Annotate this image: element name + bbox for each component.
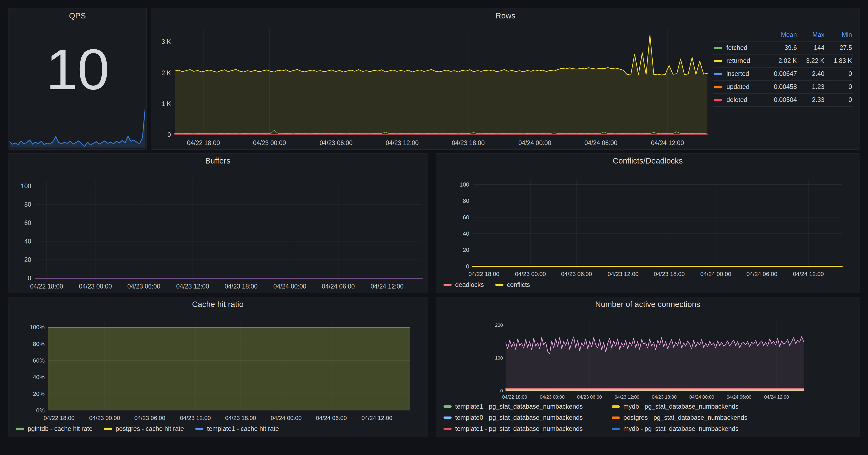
cache-legend: pgintdb - cache hit ratepostgres - cache… [8, 424, 427, 437]
y-tick-label: 60 [463, 214, 469, 221]
panel-title-rows[interactable]: Rows [151, 8, 860, 23]
legend-swatch [495, 284, 503, 286]
x-tick-label: 04/23 12:00 [176, 283, 209, 290]
legend-label: template1 - pg_stat_database_numbackends [455, 425, 583, 432]
legend-item[interactable]: mydb - pg_stat_database_numbackends [612, 425, 747, 432]
stat-value-wrap: 10 [8, 41, 147, 98]
legend-table-value-mean: 0.00647 [764, 67, 798, 80]
x-tick-label: 04/23 00:00 [253, 139, 286, 147]
buffers-chart[interactable]: 04/22 18:0004/23 00:0004/23 06:0004/23 1… [8, 168, 427, 293]
panel-qps: QPS 10 [8, 8, 147, 150]
legend-series-name[interactable]: deleted [726, 96, 747, 103]
legend-series-name[interactable]: inserted [726, 70, 749, 77]
legend-table-header-row: MeanMaxMin [713, 29, 853, 41]
legend-table-row: updated0.004581.230 [713, 80, 853, 94]
x-tick-label: 04/24 06:00 [322, 283, 355, 290]
legend-table-corner [713, 29, 764, 41]
x-tick-label: 04/23 18:00 [652, 394, 677, 400]
y-tick-label: 1 K [161, 100, 171, 107]
y-tick-label: 40 [463, 230, 469, 237]
x-tick-label: 04/22 18:00 [187, 139, 220, 147]
legend-label: template1 - cache hit rate [207, 425, 279, 432]
y-tick-label: 40 [24, 238, 31, 245]
y-tick-label: 3 K [161, 38, 171, 45]
conflicts-chart[interactable]: 04/22 18:0004/23 00:0004/23 06:0004/23 1… [436, 168, 860, 280]
legend-item[interactable]: postgres - pg_stat_database_numbackends [612, 414, 747, 421]
legend-table-value-max: 2.40 [798, 67, 826, 80]
legend-swatch [443, 417, 452, 419]
grafana-dashboard: QPS 10 Rows 04/22 18:0004/23 00:0004/23 … [0, 0, 868, 455]
legend-table-value-mean: 39.6 [764, 41, 798, 55]
conflicts-chart-wrap: 04/22 18:0004/23 00:0004/23 06:0004/23 1… [436, 168, 860, 293]
panel-title-buffers[interactable]: Buffers [8, 154, 427, 168]
legend-item[interactable]: pgintdb - cache hit rate [16, 425, 93, 432]
panel-connections: Number of active connections 04/22 18:00… [436, 297, 860, 437]
legend-swatch [443, 284, 452, 286]
qps-sparkline[interactable] [9, 102, 145, 148]
rows-chart[interactable]: 04/22 18:0004/23 00:0004/23 06:0004/23 1… [151, 23, 712, 150]
cache-chart-wrap: 04/22 18:0004/23 00:0004/23 06:0004/23 1… [8, 312, 427, 437]
legend-item[interactable]: template1 - cache hit rate [195, 425, 279, 432]
y-tick-label: 80% [33, 340, 44, 347]
legend-item[interactable]: conflicts [495, 281, 530, 289]
connections-chart[interactable]: 04/22 18:0004/23 00:0004/23 06:0004/23 1… [436, 312, 860, 402]
connections-legend: template1 - pg_stat_database_numbackends… [436, 402, 860, 437]
panel-title-connections[interactable]: Number of active connections [436, 297, 860, 312]
legend-swatch [104, 428, 112, 430]
legend-item[interactable]: template0 - pg_stat_database_numbackends [443, 414, 600, 421]
legend-table-row: returned2.02 K3.22 K1.83 K [713, 55, 853, 67]
cache-chart[interactable]: 04/22 18:0004/23 00:0004/23 06:0004/23 1… [8, 312, 427, 424]
conflicts-legend: deadlocksconflicts [436, 280, 860, 293]
x-tick-label: 04/24 00:00 [701, 271, 731, 278]
x-tick-label: 04/23 00:00 [89, 415, 120, 421]
y-tick-label: 200 [495, 322, 503, 328]
legend-table-value-min: 0 [826, 80, 853, 94]
legend-table-row: fetched39.614427.5 [713, 41, 853, 55]
panel-title-cache[interactable]: Cache hit ratio [8, 297, 427, 312]
legend-label: pgintdb - cache hit rate [28, 425, 93, 432]
legend-item[interactable]: mydb - pg_stat_database_numbackends [612, 403, 747, 410]
y-tick-label: 100 [495, 355, 503, 361]
legend-item[interactable]: template1 - pg_stat_database_numbackends [443, 425, 600, 432]
y-tick-label: 60% [33, 357, 44, 364]
y-tick-label: 0 [500, 388, 503, 393]
legend-table-value-min: 1.83 K [826, 55, 853, 67]
legend-table-value-mean: 0.00458 [764, 80, 798, 94]
legend-item[interactable]: deadlocks [443, 281, 484, 289]
x-tick-label: 04/24 06:00 [727, 394, 751, 400]
x-tick-label: 04/23 06:00 [577, 394, 601, 400]
y-tick-label: 100 [460, 181, 469, 188]
panel-title-conflicts[interactable]: Conflicts/Deadlocks [436, 154, 860, 168]
legend-table-value-max: 1.23 [798, 80, 826, 94]
legend-swatch [612, 417, 620, 419]
y-tick-label: 100% [30, 324, 44, 330]
legend-table-value-min: 0 [826, 94, 853, 106]
x-tick-label: 04/23 18:00 [452, 139, 485, 147]
y-tick-label: 20 [463, 247, 469, 253]
x-tick-label: 04/23 06:00 [134, 415, 165, 421]
legend-item[interactable]: postgres - cache hit rate [104, 425, 184, 432]
legend-table-row: inserted0.006472.400 [713, 67, 853, 80]
legend-series-name[interactable]: returned [726, 57, 750, 64]
x-tick-label: 04/24 12:00 [362, 415, 393, 421]
legend-table-row: deleted0.005042.330 [713, 94, 853, 106]
legend-label: template0 - pg_stat_database_numbackends [455, 414, 583, 421]
legend-item[interactable]: template1 - pg_stat_database_numbackends [443, 403, 600, 410]
panel-title-qps[interactable]: QPS [8, 8, 147, 23]
y-tick-label: 0 [466, 263, 469, 270]
legend-series-name[interactable]: fetched [726, 44, 747, 51]
legend-swatch [195, 428, 204, 430]
legend-table-series: returned [713, 55, 764, 67]
x-tick-label: 04/23 18:00 [654, 271, 685, 278]
panel-cache-hit-ratio: Cache hit ratio 04/22 18:0004/23 00:0004… [8, 297, 428, 437]
y-tick-label: 2 K [161, 69, 171, 76]
x-tick-label: 04/22 18:00 [468, 271, 499, 278]
connections-chart-wrap: 04/22 18:0004/23 00:0004/23 06:0004/23 1… [436, 312, 860, 437]
legend-label: template1 - pg_stat_database_numbackends [455, 403, 583, 410]
legend-table-header-min[interactable]: Min [826, 29, 853, 41]
x-tick-label: 04/24 12:00 [764, 394, 789, 400]
legend-table-header-max[interactable]: Max [798, 29, 826, 41]
legend-table-header-mean[interactable]: Mean [764, 29, 798, 41]
legend-label: conflicts [507, 281, 530, 289]
legend-series-name[interactable]: updated [726, 83, 749, 90]
